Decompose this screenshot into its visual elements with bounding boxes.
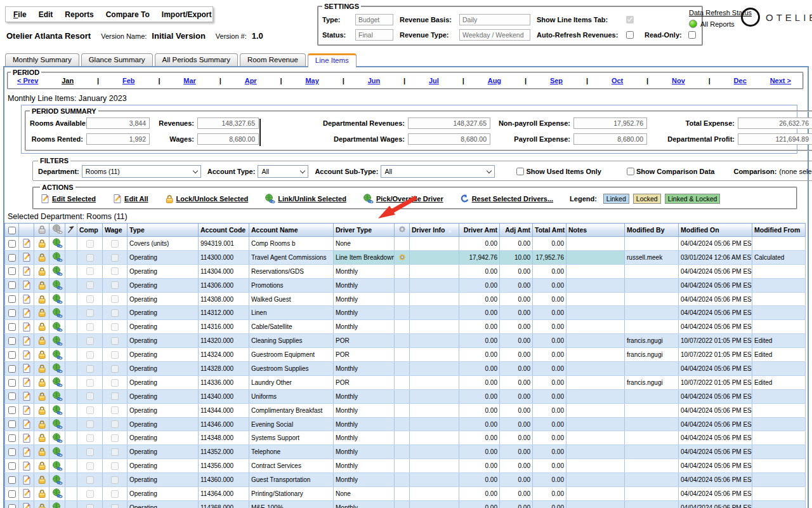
lock-icon[interactable]	[37, 267, 46, 276]
lock-icon[interactable]	[37, 378, 46, 387]
adj-amt-column-header[interactable]: Adj Amt	[500, 224, 533, 237]
tab-line-items[interactable]: Line Items	[308, 53, 357, 67]
tab-room-revenue[interactable]: Room Revenue	[240, 53, 306, 66]
driver-info-column-header[interactable]: Driver Info▲	[410, 224, 459, 237]
link-icon[interactable]	[52, 308, 63, 318]
lock-icon[interactable]	[37, 239, 46, 248]
link-icon[interactable]	[52, 391, 63, 401]
row-select-checkbox[interactable]	[8, 240, 16, 248]
menu-item-compare-to[interactable]: Compare To	[106, 10, 150, 19]
link-icon[interactable]	[52, 350, 63, 360]
link-icon[interactable]	[52, 502, 63, 508]
show-used-items-checkbox[interactable]	[516, 168, 524, 175]
modified-from-column-header[interactable]: Modified From	[752, 224, 806, 237]
lock-icon[interactable]	[37, 295, 46, 304]
edit-icon[interactable]	[22, 294, 31, 304]
edit-icon[interactable]	[22, 363, 31, 373]
lock-icon[interactable]	[37, 433, 46, 443]
link-icon[interactable]	[52, 336, 63, 346]
lock-icon[interactable]	[37, 308, 46, 318]
next-period-link[interactable]: Next >	[770, 77, 791, 84]
auto-refresh-checkbox[interactable]	[626, 31, 634, 39]
lock-icon[interactable]	[37, 322, 46, 331]
tab-monthly-summary[interactable]: Monthly Summary	[5, 53, 79, 66]
edit-icon[interactable]	[22, 377, 31, 387]
lock-icon[interactable]	[37, 475, 46, 485]
link-icon[interactable]	[52, 238, 63, 248]
edit-icon[interactable]	[22, 488, 31, 498]
driver-amt-column-header[interactable]: Driver Amt	[459, 224, 500, 237]
month-link-jan[interactable]: Jan	[62, 77, 74, 84]
prev-period-link[interactable]: < Prev	[17, 77, 38, 84]
menu-item-import-export[interactable]: Import/Export	[162, 10, 212, 19]
lock-icon[interactable]	[37, 406, 46, 415]
row-select-checkbox[interactable]	[8, 490, 16, 498]
lock-icon[interactable]	[37, 447, 46, 457]
show-comparison-checkbox[interactable]	[627, 168, 634, 175]
driver-type-column-header[interactable]: Driver Type	[334, 224, 395, 237]
row-select-checkbox[interactable]	[8, 295, 16, 303]
lock-icon[interactable]	[37, 489, 46, 498]
action-link-unlink-selected[interactable]: Link/Unlink Selected	[265, 194, 346, 204]
row-select-checkbox[interactable]	[8, 420, 16, 428]
month-link-apr[interactable]: Apr	[245, 77, 257, 84]
modified-by-column-header[interactable]: Modified By	[625, 224, 679, 237]
month-link-jul[interactable]: Jul	[429, 77, 439, 84]
edit-icon[interactable]	[22, 502, 31, 508]
edit-icon[interactable]	[22, 391, 31, 401]
link-icon[interactable]	[52, 475, 63, 485]
month-link-aug[interactable]: Aug	[488, 77, 501, 84]
link-icon[interactable]	[52, 377, 63, 387]
select-all-checkbox[interactable]	[8, 227, 16, 234]
notes-column-header[interactable]: Notes	[566, 224, 625, 237]
row-select-checkbox[interactable]	[8, 476, 16, 484]
lock-icon[interactable]	[37, 364, 46, 373]
link-icon[interactable]	[52, 294, 63, 304]
menu-item-file[interactable]: File	[13, 10, 27, 19]
row-select-checkbox[interactable]	[8, 309, 16, 317]
month-link-nov[interactable]: Nov	[672, 77, 685, 84]
edit-icon[interactable]	[22, 350, 31, 360]
menu-item-edit[interactable]: Edit	[39, 10, 53, 19]
account-type-select[interactable]: All	[258, 165, 308, 178]
edit-icon[interactable]	[22, 252, 31, 262]
row-select-checkbox[interactable]	[8, 448, 16, 456]
edit-icon[interactable]	[22, 238, 31, 248]
edit-icon[interactable]	[22, 447, 31, 457]
row-select-checkbox[interactable]	[8, 267, 16, 275]
edit-icon[interactable]	[22, 280, 31, 290]
month-link-sep[interactable]: Sep	[550, 77, 563, 84]
row-select-checkbox[interactable]	[8, 281, 16, 289]
row-select-checkbox[interactable]	[8, 254, 16, 262]
month-link-feb[interactable]: Feb	[122, 77, 135, 84]
row-select-checkbox[interactable]	[8, 406, 16, 414]
link-icon[interactable]	[52, 488, 63, 498]
row-select-checkbox[interactable]	[8, 337, 16, 345]
action-pick-override-driver[interactable]: Pick/Override Driver	[363, 194, 443, 204]
link-icon[interactable]	[52, 461, 63, 471]
row-select-checkbox[interactable]	[8, 323, 16, 331]
account-subtype-select[interactable]: All	[381, 165, 495, 178]
tab-glance-summary[interactable]: Glance Summary	[81, 53, 153, 66]
gear-icon[interactable]	[398, 253, 407, 262]
lock-icon[interactable]	[37, 336, 46, 345]
row-select-checkbox[interactable]	[8, 434, 16, 442]
lock-icon[interactable]	[37, 253, 46, 262]
lock-icon[interactable]	[37, 461, 46, 471]
month-link-may[interactable]: May	[305, 77, 318, 84]
edit-icon[interactable]	[22, 322, 31, 332]
menu-item-reports[interactable]: Reports	[65, 10, 93, 19]
action-edit-all[interactable]: Edit All	[112, 194, 148, 204]
edit-icon[interactable]	[22, 336, 31, 346]
edit-icon[interactable]	[22, 266, 31, 276]
edit-icon[interactable]	[22, 475, 31, 485]
row-select-checkbox[interactable]	[8, 392, 16, 400]
department-select[interactable]: Rooms (11)	[82, 165, 201, 178]
edit-icon[interactable]	[22, 461, 31, 471]
lock-icon[interactable]	[37, 392, 46, 401]
link-icon[interactable]	[52, 419, 63, 429]
link-icon[interactable]	[52, 447, 63, 457]
row-select-checkbox[interactable]	[8, 365, 16, 373]
action-edit-selected[interactable]: Edit Selected	[40, 194, 96, 204]
link-icon[interactable]	[52, 433, 63, 443]
